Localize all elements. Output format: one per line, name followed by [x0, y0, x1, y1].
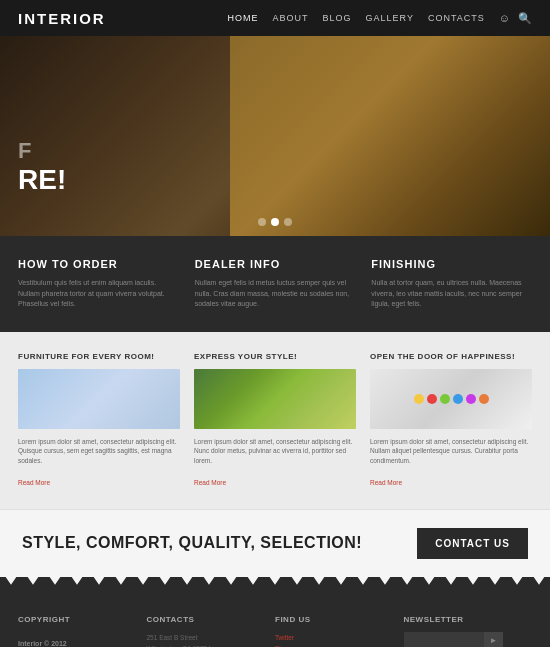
nav-gallery[interactable]: GALLERY [366, 13, 414, 23]
hero-line1: F [18, 138, 66, 164]
finishing-col: FINISHING Nulla at tortor quam, eu ultri… [371, 258, 532, 310]
footer-address: 251 East B StreetWilmington, CA 63754 [147, 632, 266, 647]
footer-contacts-title: Contacts [147, 615, 266, 624]
hero-line2: RE! [18, 164, 66, 196]
hero-text: F RE! [18, 138, 66, 196]
feature-happiness-body: Lorem ipsum dolor sit amet, consectetur … [370, 437, 532, 466]
feature-happiness: OPEN THE DOOR OF HAPPINESS! Lorem ipsum … [370, 352, 532, 489]
search-icon[interactable]: 🔍 [518, 12, 532, 25]
cta-section: STYLE, COMFORT, QUALITY, SELECTION! CONT… [0, 509, 550, 577]
features-grid: FURNITURE FOR EVERY ROOM! Lorem ipsum do… [18, 352, 532, 489]
how-to-order-body: Vestibulum quis felis ut enim aliquam ia… [18, 278, 179, 310]
ball-4 [453, 394, 463, 404]
feature-style-title: EXPRESS YOUR STYLE! [194, 352, 356, 361]
nav-icons: ☺ 🔍 [499, 12, 532, 25]
footer-newsletter-col: Newsletter ► [404, 615, 533, 647]
nav: HOME ABOUT BLOG GALLERY CONTACTS ☺ 🔍 [228, 12, 532, 25]
feature-style-image [194, 369, 356, 429]
footer-blogger-link[interactable]: Blogger [275, 643, 394, 647]
newsletter-input[interactable] [404, 632, 484, 647]
feature-happiness-image [370, 369, 532, 429]
ball-6 [479, 394, 489, 404]
nav-blog[interactable]: BLOG [323, 13, 352, 23]
ball-2 [427, 394, 437, 404]
dot-3[interactable] [284, 218, 292, 226]
hero-section: F RE! [0, 36, 550, 236]
newsletter-input-row: ► [404, 632, 523, 647]
feature-style-readmore[interactable]: Read More [194, 479, 226, 486]
newsletter-submit-button[interactable]: ► [484, 632, 504, 647]
ball-1 [414, 394, 424, 404]
nav-home[interactable]: HOME [228, 13, 259, 23]
user-icon[interactable]: ☺ [499, 12, 510, 24]
dealer-info-body: Nullam eget felis id metus luctus semper… [195, 278, 356, 310]
footer-contacts-col: Contacts 251 East B StreetWilmington, CA… [147, 615, 276, 647]
how-to-order-title: HOW TO ORDER [18, 258, 179, 270]
hero-dots [258, 218, 292, 226]
feature-furniture-readmore[interactable]: Read More [18, 479, 50, 486]
cta-text: STYLE, COMFORT, QUALITY, SELECTION! [22, 534, 362, 552]
footer-grid: Copyright Interior © 2012 Privacy Policy… [18, 615, 532, 647]
dealer-info-title: DEALER INFO [195, 258, 356, 270]
feature-happiness-title: OPEN THE DOOR OF HAPPINESS! [370, 352, 532, 361]
ball-5 [466, 394, 476, 404]
feature-furniture-body: Lorem ipsum dolor sit amet, consectetur … [18, 437, 180, 466]
hero-image [230, 36, 550, 236]
dealer-info-col: DEALER INFO Nullam eget felis id metus l… [195, 258, 356, 310]
footer-twitter-link[interactable]: Twitter [275, 632, 394, 644]
nav-contacts[interactable]: CONTACTS [428, 13, 485, 23]
footer-copyright-col: Copyright Interior © 2012 Privacy Policy [18, 615, 147, 647]
feature-style: EXPRESS YOUR STYLE! Lorem ipsum dolor si… [194, 352, 356, 489]
footer-find-us-title: Find Us [275, 615, 394, 624]
features-section: FURNITURE FOR EVERY ROOM! Lorem ipsum do… [0, 332, 550, 509]
logo: INTERIOR [18, 10, 106, 27]
finishing-title: FINISHING [371, 258, 532, 270]
feature-style-body: Lorem ipsum dolor sit amet, consectetur … [194, 437, 356, 466]
footer-copyright-title: Copyright [18, 615, 137, 624]
footer: Copyright Interior © 2012 Privacy Policy… [0, 593, 550, 647]
feature-furniture-title: FURNITURE FOR EVERY ROOM! [18, 352, 180, 361]
ball-3 [440, 394, 450, 404]
how-to-order-col: HOW TO ORDER Vestibulum quis felis ut en… [18, 258, 179, 310]
zigzag-divider [0, 577, 550, 593]
footer-find-us-col: Find Us Twitter Blogger Facebook [275, 615, 404, 647]
nav-about[interactable]: ABOUT [273, 13, 309, 23]
feature-furniture: FURNITURE FOR EVERY ROOM! Lorem ipsum do… [18, 352, 180, 489]
dark-info-section: HOW TO ORDER Vestibulum quis felis ut en… [0, 236, 550, 332]
finishing-body: Nulla at tortor quam, eu ultrices nulla.… [371, 278, 532, 310]
header: INTERIOR HOME ABOUT BLOG GALLERY CONTACT… [0, 0, 550, 36]
contact-us-button[interactable]: CONTACT US [417, 528, 528, 559]
feature-happiness-readmore[interactable]: Read More [370, 479, 402, 486]
footer-brand: Interior © 2012 [18, 640, 67, 647]
dot-1[interactable] [258, 218, 266, 226]
feature-furniture-image [18, 369, 180, 429]
dot-2[interactable] [271, 218, 279, 226]
footer-newsletter-title: Newsletter [404, 615, 523, 624]
